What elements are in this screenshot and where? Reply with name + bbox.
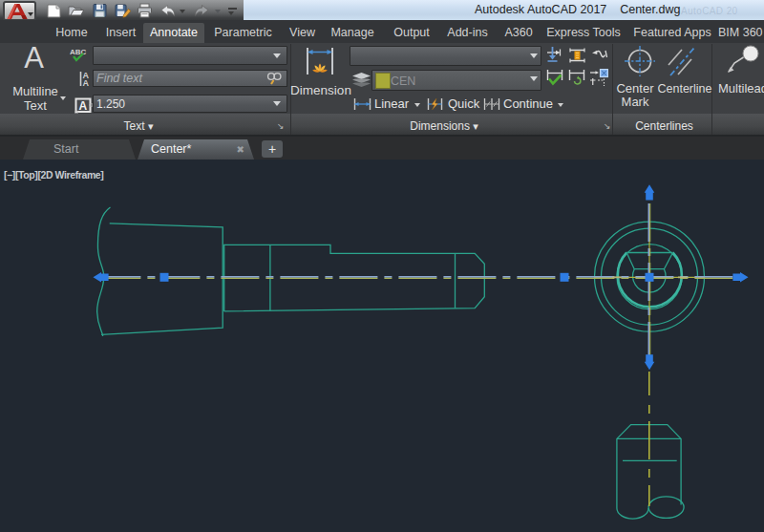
svg-text:A: A: [83, 78, 90, 87]
svg-text:A: A: [78, 99, 87, 113]
svg-text:ABC: ABC: [70, 48, 87, 56]
